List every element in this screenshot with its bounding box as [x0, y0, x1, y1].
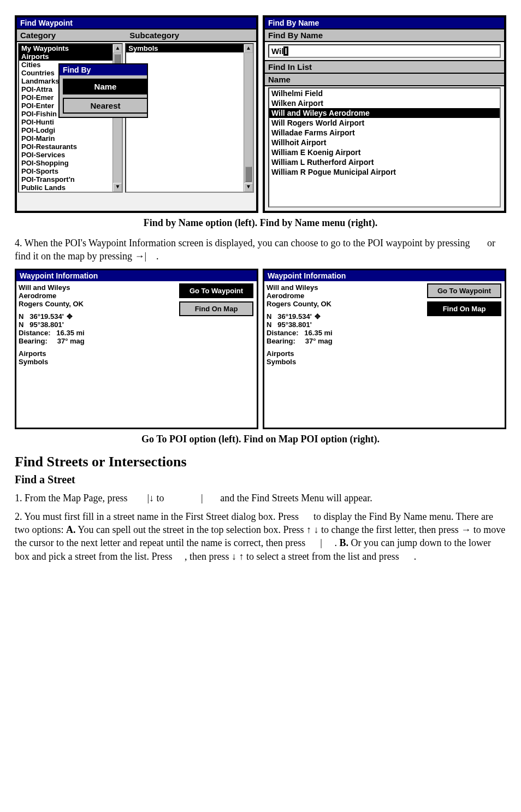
find-by-nearest-button[interactable]: Nearest — [63, 98, 148, 114]
find-by-name-button[interactable]: Name — [63, 79, 148, 94]
find-by-name-panel: Find By Name Find By Name Will Find In L… — [263, 15, 506, 213]
result-item[interactable]: William E Koenig Airport — [269, 147, 500, 157]
waypoint-info-title: Waypoint Information — [264, 270, 505, 281]
symbols-item[interactable]: Symbols — [126, 44, 253, 52]
find-by-name-title: Find By Name — [265, 17, 504, 28]
find-waypoint-panel: Find Waypoint Category Subcategory My Wa… — [15, 15, 258, 213]
step-2: 2. You must first fill in a street name … — [15, 510, 506, 563]
go-to-waypoint-button[interactable]: Go To Waypoint — [427, 283, 501, 298]
scrollbar[interactable]: ▲ ▼ — [244, 44, 253, 192]
wp-lon: N 95°38.801' — [267, 321, 426, 329]
wp-sym: Symbols — [267, 358, 426, 366]
list-item[interactable]: POI-Lodgi — [19, 126, 122, 134]
list-item[interactable]: POI-Sports — [19, 167, 122, 175]
wp-bear: Bearing: 37° mag — [19, 337, 178, 345]
list-item[interactable]: Airports — [19, 52, 122, 61]
result-item[interactable]: Wilken Airport — [269, 98, 500, 108]
name-input[interactable]: Will — [268, 44, 501, 58]
wp-name: Will and Wileys — [267, 283, 426, 292]
list-item[interactable]: POI-Hunti — [19, 118, 122, 126]
wp-lon: N 95°38.801' — [19, 321, 178, 329]
wp-loc: Rogers County, OK — [267, 300, 426, 308]
wp-lat: N 36°19.534' — [267, 312, 312, 321]
result-item[interactable]: Will Rogers World Airport — [269, 118, 500, 128]
wp-bear: Bearing: 37° mag — [267, 337, 426, 345]
wp-cat: Airports — [267, 349, 426, 358]
list-item[interactable]: POI-Shopping — [19, 159, 122, 167]
wp-dist: Distance: 16.35 mi — [19, 329, 178, 337]
list-item[interactable]: My Waypoints — [19, 44, 122, 52]
wp-cat: Airports — [19, 349, 178, 358]
wp-dist: Distance: 16.35 mi — [267, 329, 426, 337]
result-item[interactable]: Will and Wileys Aerodrome — [269, 108, 500, 118]
find-waypoint-title: Find Waypoint — [17, 17, 256, 28]
result-item[interactable]: William R Pogue Municipal Airport — [269, 167, 500, 177]
scroll-up-icon[interactable]: ▲ — [113, 44, 122, 53]
results-listbox[interactable]: Wilhelmi Field Wilken Airport Will and W… — [268, 87, 501, 208]
list-item[interactable]: Public Lands — [19, 183, 122, 192]
subcategory-header[interactable]: Subcategory — [126, 29, 256, 41]
go-to-waypoint-button[interactable]: Go To Waypoint — [179, 283, 253, 298]
heading-find-a-street: Find a Street — [15, 473, 506, 486]
compass-icon: ✥ — [313, 312, 321, 321]
result-item[interactable]: William L Rutherford Airport — [269, 157, 500, 167]
waypoint-info-panel-left: Waypoint Information Will and Wileys Aer… — [15, 269, 258, 429]
scroll-down-icon[interactable]: ▼ — [244, 183, 253, 192]
wp-lat: N 36°19.534' — [19, 312, 64, 321]
list-item[interactable]: POI-Transport'n — [19, 175, 122, 183]
result-item[interactable]: Wilhelmi Field — [269, 88, 500, 98]
wp-loc: Rogers County, OK — [19, 300, 178, 308]
result-item[interactable]: Willhoit Airport — [269, 138, 500, 147]
scroll-up-icon[interactable]: ▲ — [244, 44, 253, 53]
find-on-map-button[interactable]: Find On Map — [179, 301, 253, 316]
find-on-map-button[interactable]: Find On Map — [427, 301, 501, 316]
waypoint-info-text: Will and Wileys Aerodrome Rogers County,… — [267, 283, 426, 425]
scroll-down-icon[interactable]: ▼ — [113, 183, 122, 192]
list-item[interactable]: POI-Restaurants — [19, 143, 122, 151]
compass-icon: ✥ — [66, 312, 73, 321]
waypoint-info-panel-right: Waypoint Information Will and Wileys Aer… — [263, 269, 506, 429]
waypoint-info-text: Will and Wileys Aerodrome Rogers County,… — [19, 283, 178, 425]
step-2-label-b: B. — [339, 537, 348, 548]
result-item[interactable]: Willadae Farms Airport — [269, 128, 500, 138]
waypoint-info-title: Waypoint Information — [16, 270, 257, 281]
list-item[interactable]: POI-Marin — [19, 134, 122, 143]
wp-sub: Aerodrome — [19, 292, 178, 300]
step-2-label-a: A. — [66, 524, 76, 535]
find-in-list-header: Find In List — [265, 60, 504, 74]
caption-2: Go To POI option (left). Find on Map POI… — [15, 434, 506, 445]
wp-sym: Symbols — [19, 358, 178, 366]
find-by-menu: Find By Name Nearest — [58, 63, 148, 118]
name-input-text: Wil — [271, 46, 283, 56]
wp-sub: Aerodrome — [267, 292, 426, 300]
step-1: 1. From the Map Page, press |↓ to | and … — [15, 491, 506, 505]
find-by-name-header: Find By Name — [265, 28, 504, 42]
caption-1: Find by Name option (left). Find by Name… — [15, 217, 506, 229]
find-by-title: Find By — [60, 64, 147, 75]
heading-find-streets: Find Streets or Intersections — [15, 454, 506, 470]
list-item[interactable]: POI-Services — [19, 151, 122, 159]
paragraph-4: 4. When the POI's Waypoint Information s… — [15, 236, 506, 263]
scroll-thumb[interactable] — [245, 167, 252, 182]
category-header[interactable]: Category — [17, 29, 126, 41]
wp-name: Will and Wileys — [19, 283, 178, 292]
name-column-header: Name — [265, 74, 504, 86]
name-input-cursor: l — [283, 46, 288, 56]
